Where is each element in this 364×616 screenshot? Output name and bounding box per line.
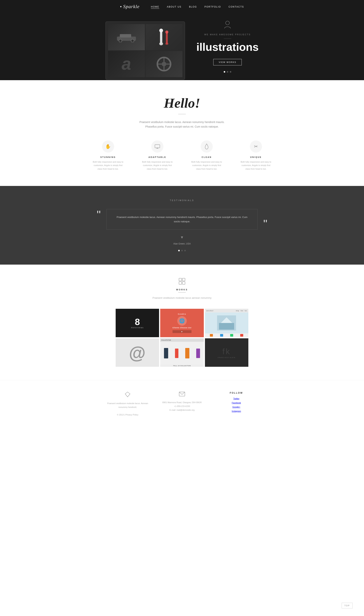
svg-point-9 — [165, 30, 168, 34]
work-item-fashion[interactable]: FOLKPSTER FALL 16 COLLECTION — [160, 338, 204, 367]
work-item-fa[interactable]: fk FRANCISCO ALEIN — [205, 338, 248, 367]
footer-phone: +1-959-215-6150 — [174, 404, 190, 408]
nav-item-portfolio[interactable]: PORTFOLIO — [204, 5, 221, 8]
clean-title: CLEAN — [202, 156, 212, 158]
work-item-at[interactable]: @ — [116, 338, 159, 367]
nav-links: HOME ABOUT US BLOG PORTFOLIO CONTACTS — [151, 5, 244, 8]
tdot-1[interactable] — [178, 250, 180, 251]
view-works-button[interactable]: VIEW WORKS — [213, 59, 242, 65]
work-item-covdro[interactable]: Covdro 🌐 Clients Choose Us! ▶ — [160, 309, 204, 337]
adaptable-desc: Both fully responsive and easy to custom… — [140, 160, 174, 171]
svg-rect-8 — [166, 32, 168, 44]
fashion-body — [160, 342, 204, 365]
footer-col-social: FOLLOW Twitter Facebook Google+ Instagra… — [213, 392, 260, 417]
mockup-frame: a — [105, 21, 185, 80]
footer-address: 8901 Marmora Road, Glasgow, D04 89GR — [162, 401, 202, 404]
hero-content: a — [0, 6, 364, 80]
mockup-grid: a — [108, 24, 182, 77]
nav-item-contacts[interactable]: CONTACTS — [229, 5, 244, 8]
feature-stunning: ✋ STUNNING Both fully responsive and eas… — [91, 141, 125, 171]
nav-item-home[interactable]: HOME — [151, 5, 159, 8]
testimonials-label: TESTIMONIALS — [0, 199, 364, 202]
hero-subtitle: WE MAKE AWESOME PROJECTS — [204, 33, 251, 36]
svg-point-6 — [159, 29, 163, 32]
fa-content: fk FRANCISCO ALEIN — [218, 347, 235, 358]
diamond-icon — [125, 392, 130, 398]
at-symbol: @ — [128, 343, 147, 362]
testimonial-text: Praesent vestibulum molestie lacus. Aene… — [114, 215, 250, 224]
hero-dot-3[interactable] — [230, 71, 231, 73]
svg-rect-26 — [219, 323, 234, 330]
mockup-cell-car — [108, 24, 145, 50]
tdot-3[interactable] — [184, 250, 186, 251]
hero-dots — [224, 71, 231, 73]
social-facebook[interactable]: Facebook — [232, 401, 241, 405]
covdro-globe-icon: 🌐 — [177, 316, 187, 326]
clean-desc: Both fully responsive and easy to custom… — [190, 160, 224, 171]
footer-grid: Praesent vestibulum molestie lacus. Aene… — [97, 392, 267, 417]
motornews-8: 8 — [135, 318, 140, 327]
works-desc: Praesent vestibulum molestie lacus aenea… — [4, 296, 360, 299]
footer-col-contact: 8901 Marmora Road, Glasgow, D04 89GR +1-… — [159, 392, 206, 417]
footer-copyright: © 2013 | Privacy Policy — [117, 413, 138, 417]
logo-heart-icon: ♥ — [120, 5, 121, 8]
covdro-tagline: Clients Choose Us! — [172, 327, 192, 329]
feature-clean: CLEAN Both fully responsive and easy to … — [190, 141, 224, 171]
logo-text: Sparkle — [123, 4, 140, 10]
stunning-title: STUNNING — [100, 156, 116, 158]
hero-section: ♥ Sparkle HOME ABOUT US BLOG PORTFOLIO C… — [0, 0, 364, 80]
social-twitter[interactable]: Twitter — [232, 397, 241, 401]
tdot-2[interactable] — [181, 250, 183, 251]
svg-point-3 — [131, 39, 134, 42]
mockup-cell-letter: a — [108, 51, 145, 77]
testimonial-container: " Praesent vestibulum molestie lacus. Ae… — [97, 209, 267, 230]
features-row: ✋ STUNNING Both fully responsive and eas… — [4, 141, 360, 171]
svg-rect-24 — [182, 282, 185, 284]
fashion-cta: FALL 16 COLLECTION — [160, 365, 204, 367]
motornews-logo: 8 motornews — [131, 318, 144, 329]
social-google[interactable]: Google+ — [232, 405, 241, 409]
works-title: WORKS — [4, 288, 360, 291]
fa-name: FRANCISCO ALEIN — [218, 357, 235, 358]
social-instagram[interactable]: Instagram — [232, 409, 241, 413]
covdro-title: Covdro — [172, 313, 192, 315]
testimonial-author: Alan Green, USA — [0, 243, 364, 245]
adaptable-icon — [151, 141, 163, 153]
svg-point-11 — [162, 62, 166, 66]
hero-dot-2[interactable] — [227, 71, 228, 73]
feature-unique: ✂ UNIQUE Both fully responsive and easy … — [239, 141, 273, 171]
works-divider — [178, 292, 186, 293]
svg-rect-5 — [160, 30, 162, 44]
footer-social-title: FOLLOW — [230, 392, 243, 394]
svg-point-16 — [226, 21, 229, 25]
feature-adaptable: ADAPTABLE Both fully responsive and easy… — [140, 141, 174, 171]
hero-divider — [224, 38, 231, 39]
hero-text-area: WE MAKE AWESOME PROJECTS illustrations V… — [196, 21, 259, 80]
anchor-logo-text: anchor — [207, 310, 214, 312]
motornews-brand: motornews — [131, 327, 144, 329]
hero-dot-1[interactable] — [224, 71, 225, 73]
logo[interactable]: ♥ Sparkle — [120, 4, 140, 10]
hello-title: Hello! — [4, 95, 360, 111]
nav-item-about[interactable]: ABOUT US — [167, 5, 182, 8]
works-icon — [4, 278, 360, 286]
fashion-content: FOLKPSTER FALL 16 COLLECTION — [160, 338, 204, 367]
covdro-cta: ▶ — [172, 330, 192, 333]
footer-about-text: Praesent vestibulum molestie lacus. Aene… — [104, 402, 151, 409]
testimonials-section: TESTIMONIALS " Praesent vestibulum moles… — [0, 186, 364, 265]
svg-marker-29 — [125, 392, 130, 397]
nav-item-blog[interactable]: BLOG — [189, 5, 197, 8]
work-item-motornews[interactable]: 8 motornews — [116, 309, 159, 337]
svg-rect-17 — [155, 145, 160, 148]
unique-desc: Both fully responsive and easy to custom… — [239, 160, 273, 171]
stunning-icon: ✋ — [102, 141, 114, 153]
email-icon — [179, 392, 185, 398]
anchor-hero-img — [205, 313, 248, 334]
stunning-desc: Both fully responsive and easy to custom… — [91, 160, 125, 171]
unique-icon: ✂ — [250, 141, 262, 153]
hello-description: Praesent vestibulum molestie lacus. Aene… — [135, 120, 229, 129]
anchor-nav-items: shopfreefun — [236, 310, 247, 312]
svg-text:@: @ — [129, 344, 146, 362]
hello-divider — [178, 114, 186, 114]
work-item-anchor[interactable]: anchor shopfreefun — [205, 309, 248, 337]
